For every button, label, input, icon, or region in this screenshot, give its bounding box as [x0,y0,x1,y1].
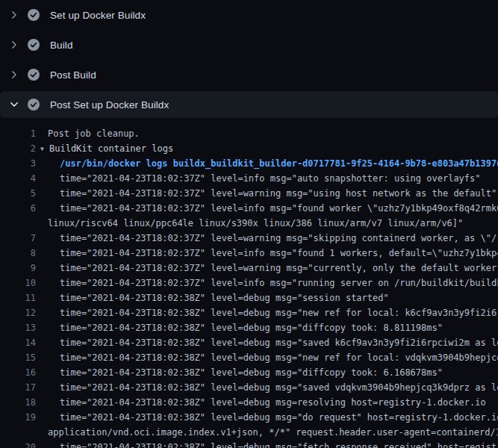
check-circle-icon [28,39,40,51]
log-line: 7 time="2021-04-23T18:02:37Z" level=warn… [0,231,498,246]
log-line-number[interactable]: 15 [0,350,36,365]
step-section-build[interactable]: Build [0,30,498,60]
step-section-set-up-docker-buildx[interactable]: Set up Docker Buildx [0,0,498,30]
log-line-text: time="2021-04-23T18:02:37Z" level=info m… [60,276,498,290]
log-line-number [0,425,36,440]
log-line-number[interactable]: 4 [0,171,36,186]
log-line-number[interactable]: 16 [0,365,36,380]
log-line: 13 time="2021-04-23T18:02:38Z" level=deb… [0,320,498,335]
step-section-title: Set up Docker Buildx [50,10,146,21]
log-line-number[interactable]: 11 [0,290,36,305]
check-circle-icon [28,69,40,81]
log-line-text: time="2021-04-23T18:02:37Z" level=warnin… [60,231,498,246]
chevron-right-icon [9,69,19,80]
step-section-title: Build [50,40,73,51]
log-line-number[interactable]: 8 [0,246,36,261]
log-line-text: /usr/bin/docker logs buildx_buildkit_bui… [60,156,498,171]
log-line-number[interactable]: 2 [0,141,36,156]
log-line-text: time="2021-04-23T18:02:38Z" level=debug … [60,380,498,395]
log-line: 12 time="2021-04-23T18:02:38Z" level=deb… [0,305,498,320]
step-section-post-set-up-docker-buildx[interactable]: Post Set up Docker Buildx [0,90,498,119]
log-line-text: time="2021-04-23T18:02:38Z" level=debug … [60,305,498,320]
log-line: 14 time="2021-04-23T18:02:38Z" level=deb… [0,335,498,350]
log-viewer: 1 Post job cleanup. 2 ▼BuildKit containe… [0,119,498,448]
log-line: 4 time="2021-04-23T18:02:37Z" level=info… [0,171,498,186]
log-line-number [0,216,36,231]
log-line: 3 /usr/bin/docker logs buildx_buildkit_b… [0,156,498,171]
log-line: 18 time="2021-04-23T18:02:38Z" level=deb… [0,395,498,410]
log-line: 20 time="2021-04-23T18:02:38Z" level=deb… [0,440,498,448]
log-line-number[interactable]: 12 [0,305,36,320]
log-line: 2 ▼BuildKit container logs [0,141,498,156]
log-line-text: time="2021-04-23T18:02:38Z" level=debug … [60,410,498,425]
log-line-text: time="2021-04-23T18:02:37Z" level=info m… [60,171,481,186]
log-line-number[interactable]: 6 [0,201,36,216]
log-line: 15 time="2021-04-23T18:02:38Z" level=deb… [0,350,498,365]
log-line-text: time="2021-04-23T18:02:38Z" level=debug … [60,365,443,380]
log-line: application/vnd.oci.image.index.v1+json,… [0,425,498,440]
log-line-number[interactable]: 20 [0,440,36,448]
step-section-list: Set up Docker Buildx Build Post Build [0,0,498,119]
log-line-text: time="2021-04-23T18:02:38Z" level=debug … [60,440,498,448]
log-line-text: time="2021-04-23T18:02:37Z" level=warnin… [60,186,497,201]
log-line-text: time="2021-04-23T18:02:37Z" level=info m… [60,201,498,216]
log-line: 16 time="2021-04-23T18:02:38Z" level=deb… [0,365,498,380]
check-circle-icon [28,9,40,21]
log-line-number[interactable]: 7 [0,231,36,246]
log-line: 10 time="2021-04-23T18:02:37Z" level=inf… [0,276,498,290]
log-line-text: time="2021-04-23T18:02:37Z" level=info m… [60,246,498,261]
log-line: 9 time="2021-04-23T18:02:37Z" level=warn… [0,261,498,276]
log-group-toggle[interactable]: ▼BuildKit container logs [40,141,173,156]
chevron-right-icon [9,40,19,50]
log-line-number[interactable]: 19 [0,410,36,425]
log-line-text: time="2021-04-23T18:02:38Z" level=debug … [60,290,389,305]
log-line-number[interactable]: 9 [0,261,36,276]
log-line-text: time="2021-04-23T18:02:38Z" level=debug … [60,335,498,350]
log-line-number[interactable]: 1 [0,126,36,141]
log-line-text: time="2021-04-23T18:02:38Z" level=debug … [60,350,498,365]
log-line: 19 time="2021-04-23T18:02:38Z" level=deb… [0,410,498,425]
log-line-number[interactable]: 17 [0,380,36,395]
log-line: linux/riscv64 linux/ppc64le linux/s390x … [0,216,498,231]
chevron-right-icon [9,10,19,20]
log-line-text: linux/riscv64 linux/ppc64le linux/s390x … [48,216,463,231]
log-line: 1 Post job cleanup. [0,126,498,141]
triangle-down-icon: ▼ [40,142,49,156]
log-line-text: time="2021-04-23T18:02:38Z" level=debug … [60,320,443,335]
log-line-number[interactable]: 13 [0,320,36,335]
log-line-number[interactable]: 3 [0,156,36,171]
log-line: 6 time="2021-04-23T18:02:37Z" level=info… [0,201,498,216]
log-line-text: application/vnd.oci.image.index.v1+json,… [48,425,498,440]
log-line: 5 time="2021-04-23T18:02:37Z" level=warn… [0,186,498,201]
check-circle-icon [28,99,40,111]
log-line-number[interactable]: 5 [0,186,36,201]
log-line-text: time="2021-04-23T18:02:38Z" level=debug … [60,395,486,410]
log-line: 17 time="2021-04-23T18:02:38Z" level=deb… [0,380,498,395]
log-line-text: time="2021-04-23T18:02:37Z" level=warnin… [60,261,498,276]
log-line-number[interactable]: 14 [0,335,36,350]
log-line: 11 time="2021-04-23T18:02:38Z" level=deb… [0,290,498,305]
chevron-down-icon [9,99,19,110]
log-line-text: Post job cleanup. [48,126,140,141]
step-section-title: Post Set up Docker Buildx [50,99,169,111]
log-line-number[interactable]: 18 [0,395,36,410]
step-section-title: Post Build [50,69,96,81]
log-line: 8 time="2021-04-23T18:02:37Z" level=info… [0,246,498,261]
log-line-number[interactable]: 10 [0,276,36,290]
step-section-post-build[interactable]: Post Build [0,60,498,90]
log-group-label: BuildKit container logs [49,143,173,154]
